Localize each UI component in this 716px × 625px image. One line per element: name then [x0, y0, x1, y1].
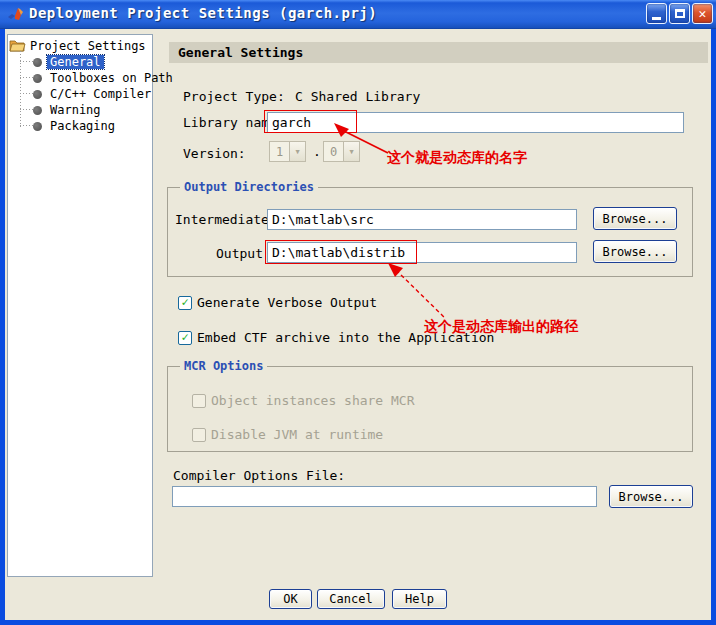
version-minor-value: 0	[324, 145, 343, 159]
tree-item-label: Packaging	[47, 119, 118, 133]
tree-connector	[20, 93, 33, 94]
tree-item-label: Toolboxes on Path	[47, 71, 176, 85]
dialog-content: Project Settings General Toolboxes on Pa…	[5, 29, 711, 620]
matlab-icon	[7, 6, 24, 23]
checkbox-label: Generate Verbose Output	[197, 295, 377, 310]
section-header: General Settings	[169, 42, 708, 63]
output-directory-annotation: 这个是动态库输出的路径	[424, 318, 578, 336]
generate-verbose-output-checkbox[interactable]: ✓ Generate Verbose Output	[178, 295, 377, 310]
tree-connector	[20, 77, 33, 78]
checkbox-label: Disable JVM at runtime	[211, 427, 383, 442]
close-icon: ✕	[699, 7, 707, 20]
output-directories-group	[167, 187, 693, 277]
bullet-icon	[33, 122, 42, 131]
check-icon: ✓	[181, 331, 188, 343]
checkbox-unchecked-icon	[192, 428, 206, 442]
ok-button[interactable]: OK	[269, 589, 312, 609]
checkbox-unchecked-icon	[192, 394, 206, 408]
compiler-options-file-input[interactable]	[172, 486, 597, 507]
bullet-icon	[33, 90, 42, 99]
tree-item-label: C/C++ Compiler	[47, 87, 154, 101]
version-major-combo[interactable]: 1 ▼	[269, 141, 306, 162]
bullet-icon	[33, 106, 42, 115]
chevron-down-icon: ▼	[343, 142, 359, 161]
mcr-options-title: MCR Options	[180, 359, 267, 373]
tree-item-label: General	[47, 55, 104, 69]
object-instances-share-mcr-checkbox: Object instances share MCR	[192, 393, 415, 408]
help-button[interactable]: Help	[392, 589, 447, 609]
compiler-options-file-label: Compiler Options File:	[173, 468, 345, 483]
library-name-input[interactable]	[267, 112, 684, 133]
check-icon: ✓	[181, 296, 188, 308]
open-folder-icon	[9, 39, 26, 52]
title-bar: Deployment Project Settings (garch.prj) …	[0, 0, 716, 29]
output-browse-button[interactable]: Browse...	[593, 240, 677, 263]
maximize-icon	[675, 9, 685, 18]
cancel-button[interactable]: Cancel	[317, 589, 385, 609]
maximize-button[interactable]	[669, 3, 690, 24]
tree-connector	[20, 125, 33, 126]
tree-item-c-cpp-compiler[interactable]: C/C++ Compiler	[33, 87, 154, 101]
version-separator: .	[313, 144, 321, 159]
tree-connector	[20, 109, 33, 110]
tree-root-label: Project Settings	[30, 39, 146, 53]
checkbox-label: Object instances share MCR	[211, 393, 415, 408]
output-directories-title: Output Directories	[180, 180, 318, 194]
version-minor-combo[interactable]: 0 ▼	[323, 141, 360, 162]
bullet-icon	[33, 74, 42, 83]
tree-connector	[20, 61, 33, 62]
library-name-annotation: 这个就是动态库的名字	[387, 149, 527, 167]
tree-root-project-settings[interactable]: Project Settings	[9, 38, 146, 53]
chevron-down-icon: ▼	[289, 142, 305, 161]
project-type-value: C Shared Library	[295, 89, 420, 104]
tree-item-warning[interactable]: Warning	[33, 103, 104, 117]
checkbox-checked-icon: ✓	[178, 331, 192, 345]
intermediate-browse-button[interactable]: Browse...	[593, 207, 677, 230]
section-header-title: General Settings	[178, 45, 303, 60]
bullet-icon	[33, 58, 42, 67]
close-button[interactable]: ✕	[692, 3, 713, 24]
tree-item-general[interactable]: General	[33, 55, 104, 69]
output-directory-input[interactable]	[267, 242, 577, 263]
project-type-label: Project Type:	[183, 89, 285, 104]
compiler-options-browse-button[interactable]: Browse...	[609, 485, 693, 508]
tree-item-toolboxes-on-path[interactable]: Toolboxes on Path	[33, 71, 176, 85]
disable-jvm-at-runtime-checkbox: Disable JVM at runtime	[192, 427, 383, 442]
tree-item-label: Warning	[47, 103, 104, 117]
window-title: Deployment Project Settings (garch.prj)	[29, 5, 377, 21]
tree-connector-vertical	[20, 51, 21, 127]
version-label: Version:	[183, 146, 246, 161]
checkbox-checked-icon: ✓	[178, 296, 192, 310]
minimize-icon	[652, 17, 661, 20]
version-major-value: 1	[270, 145, 289, 159]
deployment-settings-window: Deployment Project Settings (garch.prj) …	[0, 0, 716, 625]
intermediate-label: Intermediate	[175, 212, 263, 227]
output-label: Output	[175, 246, 263, 261]
minimize-button[interactable]	[646, 3, 667, 24]
tree-item-packaging[interactable]: Packaging	[33, 119, 118, 133]
intermediate-directory-input[interactable]	[267, 209, 577, 230]
settings-tree: Project Settings General Toolboxes on Pa…	[7, 34, 153, 577]
